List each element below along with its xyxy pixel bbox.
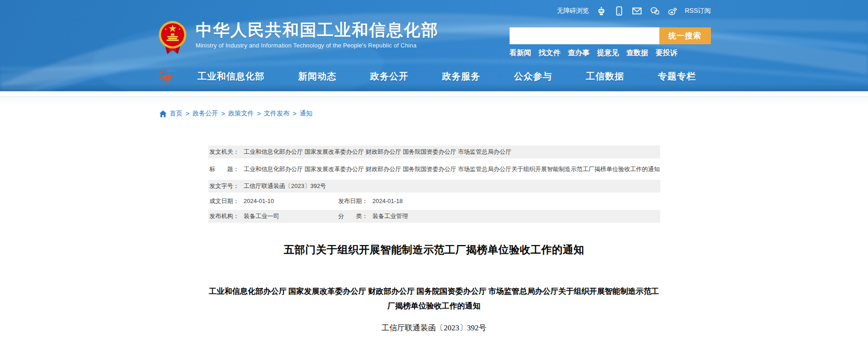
nav-item-public-participation[interactable]: 公众参与 <box>514 70 552 83</box>
quick-link-news[interactable]: 看新闻 <box>510 48 531 58</box>
unified-search-button[interactable]: 统一搜索 <box>659 27 711 44</box>
breadcrumb-home[interactable]: 首页 <box>170 110 183 118</box>
meta-label-doc-no: 发文字号： <box>210 180 239 193</box>
meta-pair-category: 分 类： 装备工业管理 <box>337 210 408 223</box>
breadcrumb-separator: > <box>186 110 189 117</box>
meta-value-written-date: 2024-01-10 <box>244 198 274 204</box>
search-input[interactable] <box>510 27 659 44</box>
national-emblem-icon <box>158 20 188 55</box>
meta-value-issuing-org: 工业和信息化部办公厅 国家发展改革委办公厅 财政部办公厅 国务院国资委办公厅 市… <box>244 148 511 155</box>
nav-item-gov-disclosure[interactable]: 政务公开 <box>370 70 409 83</box>
wechat-icon[interactable] <box>649 5 660 16</box>
miit-e-logo-icon[interactable] <box>158 67 178 85</box>
meta-label-category: 分 类： <box>338 210 368 223</box>
weibo-icon[interactable] <box>667 5 678 16</box>
site-title-en: Ministry of Industry and Information Tec… <box>196 42 439 49</box>
search-area: 统一搜索 看新闻 找文件 查办事 提意见 查数据 要投诉 <box>510 27 711 58</box>
robot-assistant-icon[interactable] <box>596 5 607 16</box>
breadcrumb-document-release[interactable]: 文件发布 <box>264 110 289 118</box>
meta-label-issuing-org: 发文机关： <box>210 146 239 158</box>
site-title-cn: 中华人民共和国工业和信息化部 <box>196 20 439 40</box>
breadcrumb-separator: > <box>221 110 225 117</box>
nav-item-miit[interactable]: 工业和信息化部 <box>198 70 265 83</box>
breadcrumb-separator: > <box>257 110 261 117</box>
site-header: 无障碍浏览 RSS订阅 <box>0 0 868 91</box>
utility-bar: 无障碍浏览 RSS订阅 <box>557 5 711 16</box>
nav-items: 工业和信息化部 新闻动态 政务公开 政务服务 公众参与 工信数据 专题专栏 <box>198 70 711 83</box>
home-icon[interactable] <box>159 110 167 117</box>
meta-pair-written-date: 成文日期： 2024-01-10 <box>208 195 337 208</box>
header-divider-fade <box>0 97 868 106</box>
article-doc-number: 工信厅联通装函〔2023〕392号 <box>208 323 660 333</box>
rss-link[interactable]: RSS订阅 <box>685 7 711 15</box>
nav-item-gov-services[interactable]: 政务服务 <box>442 70 480 83</box>
meta-label-title: 标 题： <box>210 162 239 177</box>
nav-item-news[interactable]: 新闻动态 <box>298 70 337 83</box>
breadcrumb-policy-documents[interactable]: 政策文件 <box>228 110 254 118</box>
mobile-icon[interactable] <box>614 5 625 16</box>
breadcrumb: 首页 > 政务公开 > 政策文件 > 文件发布 > 通知 <box>158 110 711 118</box>
quick-link-complaints[interactable]: 要投诉 <box>656 48 678 58</box>
meta-row-title: 标 题： 工业和信息化部办公厅 国家发展改革委办公厅 财政部办公厅 国务院国资委… <box>208 161 660 177</box>
site-title: 中华人民共和国工业和信息化部 Ministry of Industry and … <box>196 20 439 49</box>
breadcrumb-notice[interactable]: 通知 <box>300 110 312 118</box>
quick-link-services[interactable]: 查办事 <box>568 48 590 58</box>
mail-icon[interactable] <box>631 5 642 16</box>
meta-pair-publish-date: 发布日期： 2024-01-18 <box>337 195 403 208</box>
document-meta-table: 发文机关： 工业和信息化部办公厅 国家发展改革委办公厅 财政部办公厅 国务院国资… <box>208 146 660 223</box>
quick-link-suggestions[interactable]: 提意见 <box>597 48 619 58</box>
meta-row-dates: 成文日期： 2024-01-10 发布日期： 2024-01-18 <box>208 195 660 208</box>
meta-pair-publisher: 发布机构： 装备工业一司 <box>208 210 337 223</box>
accessibility-link[interactable]: 无障碍浏览 <box>557 7 589 15</box>
quick-link-data[interactable]: 查数据 <box>626 48 648 58</box>
site-logo-link[interactable]: 中华人民共和国工业和信息化部 Ministry of Industry and … <box>158 20 439 55</box>
meta-value-doc-no: 工信厅联通装函〔2023〕392号 <box>244 183 326 189</box>
meta-label-written-date: 成文日期： <box>210 195 239 208</box>
meta-row-issuing-org: 发文机关： 工业和信息化部办公厅 国家发展改革委办公厅 财政部办公厅 国务院国资… <box>208 146 660 158</box>
nav-item-miit-data[interactable]: 工信数据 <box>586 70 624 83</box>
meta-value-publisher: 装备工业一司 <box>244 213 279 219</box>
meta-label-publish-date: 发布日期： <box>338 195 368 208</box>
article-title: 五部门关于组织开展智能制造示范工厂揭榜单位验收工作的通知 <box>208 243 660 257</box>
quick-link-documents[interactable]: 找文件 <box>539 48 561 58</box>
meta-value-title: 工业和信息化部办公厅 国家发展改革委办公厅 财政部办公厅 国务院国资委办公厅 市… <box>244 166 660 172</box>
quick-links: 看新闻 找文件 查办事 提意见 查数据 要投诉 <box>510 48 711 58</box>
breadcrumb-gov-disclosure[interactable]: 政务公开 <box>193 110 218 118</box>
meta-value-category: 装备工业管理 <box>373 213 408 219</box>
meta-value-publish-date: 2024-01-18 <box>373 198 403 204</box>
header-divider-gap <box>0 91 868 96</box>
meta-row-publisher: 发布机构： 装备工业一司 分 类： 装备工业管理 <box>208 210 660 223</box>
article-subtitle: 工业和信息化部办公厅 国家发展改革委办公厅 财政部办公厅 国务院国资委办公厅 市… <box>208 284 660 313</box>
document-area: 发文机关： 工业和信息化部办公厅 国家发展改革委办公厅 财政部办公厅 国务院国资… <box>208 146 660 333</box>
main-nav: 工业和信息化部 新闻动态 政务公开 政务服务 公众参与 工信数据 专题专栏 <box>158 67 711 86</box>
meta-row-doc-no: 发文字号： 工信厅联通装函〔2023〕392号 <box>208 180 660 193</box>
nav-item-special-topics[interactable]: 专题专栏 <box>658 70 696 83</box>
meta-label-publisher: 发布机构： <box>210 210 239 223</box>
breadcrumb-separator: > <box>293 110 296 117</box>
